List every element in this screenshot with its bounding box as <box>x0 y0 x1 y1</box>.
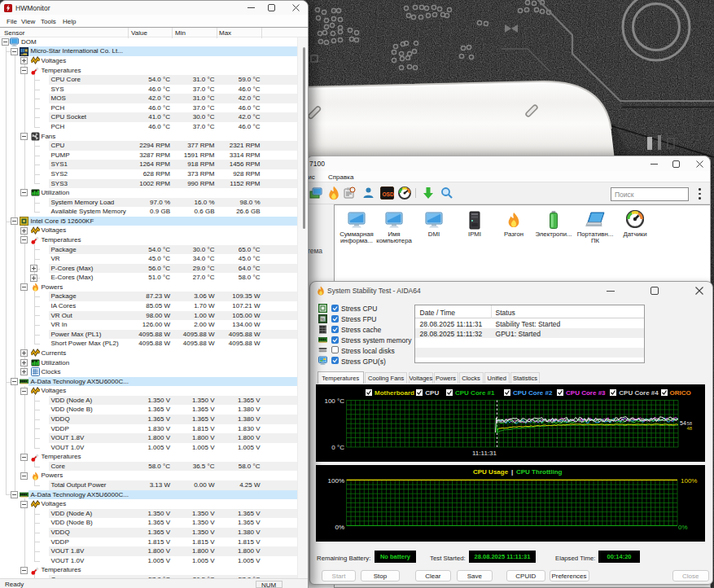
svg-text:%: % <box>321 317 325 322</box>
